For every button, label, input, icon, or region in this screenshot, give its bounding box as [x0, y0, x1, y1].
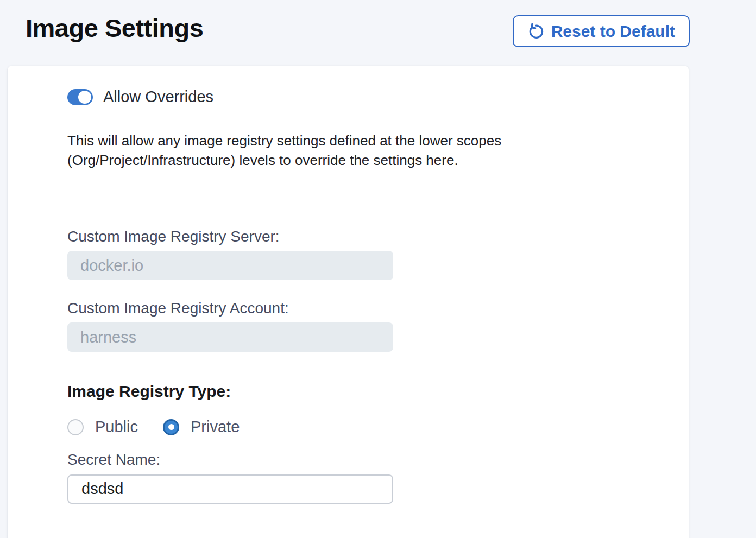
allow-overrides-toggle[interactable]: [67, 89, 93, 105]
secret-name-label: Secret Name:: [67, 451, 667, 469]
section-divider: [73, 194, 666, 194]
radio-option-private[interactable]: Private: [163, 418, 240, 436]
registry-type-radio-group: Public Private: [67, 418, 667, 436]
page-title: Image Settings: [26, 14, 203, 43]
registry-server-label: Custom Image Registry Server:: [67, 228, 667, 245]
allow-overrides-label: Allow Overrides: [103, 88, 213, 106]
registry-server-field: Custom Image Registry Server:: [67, 228, 667, 280]
registry-type-label: Image Registry Type:: [67, 382, 667, 401]
radio-public-label: Public: [95, 418, 138, 436]
reset-icon: [527, 23, 544, 40]
reset-to-default-button[interactable]: Reset to Default: [513, 15, 690, 47]
page-header: Image Settings Reset to Default: [0, 0, 756, 47]
registry-account-field: Custom Image Registry Account:: [67, 300, 667, 352]
radio-private-circle: [163, 419, 179, 435]
registry-account-label: Custom Image Registry Account:: [67, 300, 667, 317]
allow-overrides-row: Allow Overrides: [67, 88, 667, 106]
registry-server-input: [67, 251, 393, 280]
radio-public-circle: [67, 419, 84, 435]
image-settings-card: Allow Overrides This will allow any imag…: [8, 66, 689, 538]
overrides-description: This will allow any image registry setti…: [67, 131, 667, 170]
secret-name-input[interactable]: [67, 474, 393, 504]
reset-button-label: Reset to Default: [551, 22, 675, 41]
registry-account-input: [67, 322, 393, 352]
toggle-knob: [78, 91, 91, 104]
radio-option-public[interactable]: Public: [67, 418, 138, 436]
radio-private-label: Private: [191, 418, 240, 436]
